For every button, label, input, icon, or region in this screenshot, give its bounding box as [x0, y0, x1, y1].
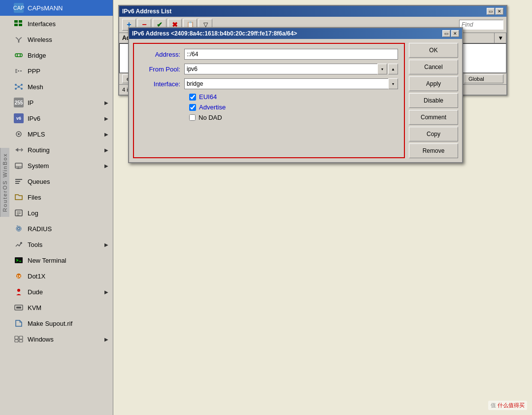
address-row: Address: [140, 49, 398, 60]
sidebar-item-queues[interactable]: Queues [0, 173, 113, 189]
address-input[interactable] [184, 49, 398, 60]
dude-arrow-icon: ▶ [104, 289, 108, 295]
svg-line-17 [19, 85, 22, 87]
sidebar-item-interfaces[interactable]: Interfaces [0, 16, 113, 32]
mpls-arrow-icon: ▶ [104, 132, 108, 137]
svg-rect-5 [15, 54, 22, 57]
sidebar-item-log[interactable]: Log [0, 205, 113, 221]
sidebar-item-kvm[interactable]: KVM [0, 300, 113, 315]
svg-rect-51 [15, 340, 18, 342]
svg-point-21 [18, 133, 20, 135]
svg-rect-0 [14, 20, 18, 23]
sidebar-label-routing: Routing [28, 146, 50, 154]
eui64-row: EUI64 [140, 93, 398, 101]
dialog-title: IPv6 Address <2409:8a4c:1618:b4b0:20c:29… [132, 30, 297, 37]
svg-line-18 [16, 87, 19, 89]
from-pool-up-button[interactable]: ▲ [388, 64, 398, 74]
svg-rect-52 [19, 340, 23, 342]
dialog-controls: ▭ ✕ [442, 30, 459, 37]
interfaces-icon [14, 19, 24, 29]
ipv6-icon: v6 [14, 113, 24, 123]
tools-arrow-icon: ▶ [104, 242, 108, 247]
terminal-icon [14, 255, 24, 265]
files-icon [14, 192, 24, 202]
sidebar-item-routing[interactable]: Routing ▶ [0, 142, 113, 158]
eui64-label[interactable]: EUI64 [199, 93, 217, 101]
sidebar-item-bridge[interactable]: Bridge [0, 47, 113, 63]
sidebar-label-ppp: PPP [28, 68, 40, 75]
log-icon [14, 208, 24, 218]
sidebar-item-wireless[interactable]: Wireless [0, 32, 113, 47]
ipv6-list-close-button[interactable]: ✕ [496, 8, 503, 15]
from-pool-input[interactable] [184, 64, 387, 74]
header-dropdown[interactable]: ▾ [495, 33, 506, 43]
eui64-checkbox[interactable] [189, 94, 196, 101]
apply-button[interactable]: Apply [409, 76, 458, 91]
sidebar-item-radius[interactable]: RADIUS [0, 221, 113, 237]
dialog-close-button[interactable]: ✕ [451, 30, 459, 37]
sidebar-item-windows[interactable]: Windows ▶ [0, 331, 113, 347]
dialog-restore-button[interactable]: ▭ [442, 30, 450, 37]
sidebar-label-interfaces: Interfaces [28, 20, 56, 28]
sidebar-item-ip[interactable]: 255 IP ▶ [0, 95, 113, 110]
sidebar-item-ppp[interactable]: PPP [0, 63, 113, 79]
advertise-row: Advertise [140, 104, 398, 111]
ipv6-list-restore-button[interactable]: ▭ [487, 8, 495, 15]
routing-icon [14, 145, 24, 155]
remove-action-button[interactable]: Remove [409, 143, 458, 158]
kvm-icon [14, 303, 24, 312]
system-arrow-icon: ▶ [104, 163, 108, 169]
copy-button[interactable]: Copy [409, 127, 458, 141]
svg-rect-50 [19, 336, 23, 339]
windows-arrow-icon: ▶ [104, 337, 108, 342]
svg-text:1X: 1X [17, 275, 21, 278]
from-pool-row: From Pool: ▾ ▲ [140, 64, 398, 74]
dialog-disable-button[interactable]: Disable [409, 93, 458, 108]
sidebar: RouterOS WinBox CAP CAPsMANN Interfaces … [0, 0, 113, 415]
no-dad-label[interactable]: No DAD [199, 114, 222, 121]
from-pool-select-wrapper: ▾ [184, 64, 387, 74]
ok-button[interactable]: OK [409, 43, 458, 58]
mesh-icon [14, 82, 24, 92]
interface-select-wrapper: ▾ [184, 78, 398, 89]
sidebar-item-tools[interactable]: Tools ▶ [0, 237, 113, 252]
sidebar-item-new-terminal[interactable]: New Terminal [0, 252, 113, 268]
sidebar-label-tools: Tools [28, 241, 42, 248]
advertise-label[interactable]: Advertise [199, 104, 226, 111]
no-dad-checkbox[interactable] [189, 114, 196, 121]
from-pool-dropdown-button[interactable]: ▾ [377, 64, 387, 74]
svg-line-19 [19, 87, 22, 89]
capsман-icon: CAP [14, 3, 24, 13]
ipv6-list-title: IPv6 Address List [122, 8, 171, 15]
sidebar-item-ipv6[interactable]: v6 IPv6 ▶ [0, 110, 113, 126]
svg-point-34 [18, 228, 20, 230]
status-global: Global [464, 74, 503, 83]
comment-button[interactable]: Comment [409, 110, 458, 125]
svg-point-44 [17, 289, 20, 292]
ipv6-list-controls: ▭ ✕ [487, 8, 503, 15]
sidebar-item-mesh[interactable]: Mesh [0, 79, 113, 95]
sidebar-label-make-supout: Make Supout.rif [28, 320, 72, 327]
svg-line-16 [16, 85, 19, 87]
windows-icon [14, 334, 24, 344]
sidebar-label-bridge: Bridge [28, 52, 46, 59]
sidebar-item-capsman[interactable]: CAP CAPsMANN [0, 0, 113, 16]
advertise-checkbox[interactable] [189, 104, 196, 111]
sidebar-nav: CAP CAPsMANN Interfaces Wireless Bridge [0, 0, 113, 415]
sidebar-item-files[interactable]: Files [0, 189, 113, 205]
from-pool-label: From Pool: [140, 66, 184, 73]
interface-input[interactable] [184, 78, 398, 89]
no-dad-row: No DAD [140, 114, 398, 121]
from-pool-wrapper: ▾ ▲ [184, 64, 398, 74]
sidebar-item-make-supout[interactable]: Make Supout.rif [0, 315, 113, 331]
sidebar-item-dot1x[interactable]: 1X Dot1X [0, 268, 113, 284]
sidebar-item-mpls[interactable]: MPLS ▶ [0, 126, 113, 142]
sidebar-item-system[interactable]: System ▶ [0, 158, 113, 173]
interface-dropdown-button[interactable]: ▾ [388, 78, 398, 89]
ipv6-addr-dialog: IPv6 Address <2409:8a4c:1618:b4b0:20c:29… [128, 27, 463, 163]
queues-icon [14, 176, 24, 186]
find-input[interactable] [459, 20, 503, 30]
sidebar-item-dude[interactable]: Dude ▶ [0, 284, 113, 300]
cancel-button[interactable]: Cancel [409, 60, 458, 74]
wireless-icon [14, 35, 24, 44]
